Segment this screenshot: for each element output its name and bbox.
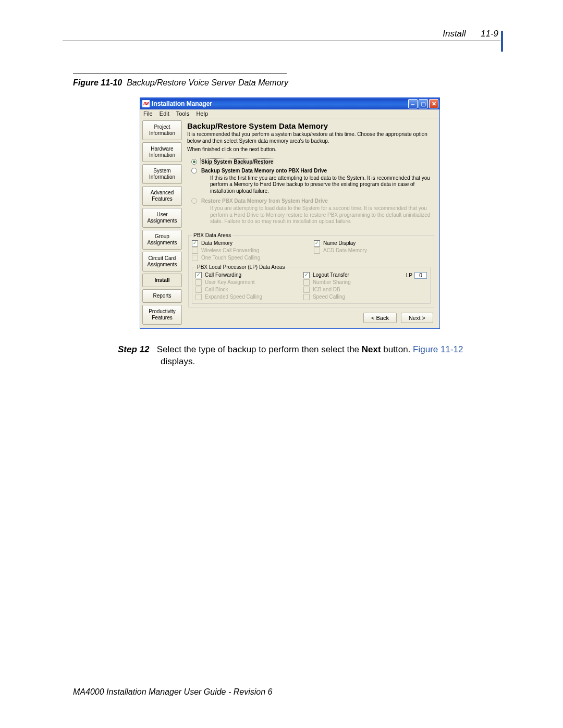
radio-label: Restore PBX Data Memory from System Hard…: [200, 198, 329, 204]
radio-backup-to-hard-drive[interactable]: Backup System Data Memory onto PBX Hard …: [191, 167, 434, 174]
lp-field: LP 0: [406, 272, 427, 279]
header-accent-bar: [501, 31, 503, 52]
menu-help[interactable]: Help: [196, 110, 208, 117]
checkbox-icon: [195, 294, 202, 300]
checkbox-icon: [195, 279, 202, 286]
back-button[interactable]: < Back: [363, 313, 397, 323]
header-page: 11-9: [481, 29, 498, 39]
sidebar-install[interactable]: Install: [142, 274, 182, 287]
sidebar-group-assignments[interactable]: Group Assignments: [142, 230, 182, 250]
check-data-memory[interactable]: Data Memory: [192, 240, 309, 246]
sidebar-advanced-features[interactable]: Advanced Features: [142, 186, 182, 206]
radio-icon: [191, 159, 197, 165]
pbx-legend: PBX Data Areas: [192, 232, 232, 238]
check-one-touch-speed-calling: One Touch Speed Calling: [192, 255, 309, 261]
checkbox-icon: [195, 272, 202, 278]
step-text-1: Select the type of backup to perform the…: [157, 344, 362, 354]
radio-icon: [191, 198, 197, 204]
installation-manager-window: IM Installation Manager – ▢ ✕ File Edit …: [140, 97, 440, 329]
sidebar-hardware-information[interactable]: Hardware Information: [142, 142, 182, 162]
menu-tools[interactable]: Tools: [176, 110, 190, 117]
radio-skip-backup[interactable]: Skip System Backup/Restore: [191, 158, 434, 165]
checkbox-icon: [303, 294, 310, 300]
radio-restore-from-hard-drive: Restore PBX Data Memory from System Hard…: [191, 198, 434, 204]
checkbox-icon: [303, 287, 310, 293]
sidebar: Project Information Hardware Information…: [142, 120, 182, 326]
checkbox-icon: [303, 272, 310, 278]
check-icb-and-db: ICB and DB: [303, 287, 406, 293]
step-label: Step 12: [118, 344, 149, 354]
sidebar-productivity-features[interactable]: Productivity Features: [142, 305, 182, 325]
page-footer: MA4000 Installation Manager User Guide -…: [73, 687, 272, 697]
app-icon: IM: [142, 100, 150, 107]
figure-title: Backup/Restore Voice Server Data Memory: [127, 78, 288, 87]
step-figure-ref[interactable]: Figure 11-12: [413, 344, 463, 354]
check-logout-transfer[interactable]: Logout Transfer: [303, 272, 406, 278]
lp-label: LP: [406, 273, 412, 278]
radio-sub-backup: If this is the first time you are attemp…: [210, 175, 434, 195]
page-header: Install 11-9: [63, 41, 500, 52]
lp-input[interactable]: 0: [414, 272, 427, 279]
check-number-sharing: Number Sharing: [303, 279, 406, 286]
step-text-bold: Next: [362, 344, 381, 354]
maximize-button[interactable]: ▢: [419, 99, 428, 108]
checkbox-icon: [303, 279, 310, 286]
check-acd-data-memory: ACD Data Memory: [314, 248, 431, 254]
close-button[interactable]: ✕: [429, 99, 438, 108]
figure-caption: Figure 11-10 Backup/Restore Voice Server…: [73, 78, 288, 88]
check-speed-calling: Speed Calling: [303, 294, 406, 300]
window-title: Installation Manager: [152, 100, 408, 107]
window-titlebar: IM Installation Manager – ▢ ✕: [140, 98, 439, 109]
radio-sub-restore: If you are attempting to load data to th…: [210, 205, 434, 225]
panel-title: Backup/Restore System Data Memory: [187, 121, 435, 130]
sidebar-user-assignments[interactable]: User Assignments: [142, 208, 182, 228]
radio-icon: [191, 168, 197, 174]
sidebar-system-information[interactable]: System Information: [142, 164, 182, 184]
checkbox-icon: [192, 240, 198, 246]
lp-legend: PBX Local Processor (LP) Data Areas: [195, 264, 286, 270]
step-text-3: displays.: [161, 356, 195, 366]
checkbox-icon: [192, 248, 198, 254]
lp-data-areas-group: PBX Local Processor (LP) Data Areas LP 0…: [192, 264, 431, 304]
check-expanded-speed-calling: Expanded Speed Calling: [195, 294, 298, 300]
sidebar-circuit-card-assignments[interactable]: Circuit Card Assignments: [142, 252, 182, 272]
menu-file[interactable]: File: [143, 110, 153, 117]
menu-edit[interactable]: Edit: [160, 110, 169, 117]
menu-bar: File Edit Tools Help: [140, 109, 439, 118]
step-instruction: Step 12 Select the type of backup to per…: [118, 344, 483, 368]
check-wireless-call-forwarding: Wireless Call Forwarding: [192, 248, 309, 254]
next-button[interactable]: Next >: [401, 313, 433, 323]
sidebar-project-information[interactable]: Project Information: [142, 120, 182, 140]
checkbox-icon: [314, 248, 320, 254]
figure-divider: [73, 73, 287, 73]
header-section: Install: [443, 29, 466, 39]
sidebar-reports[interactable]: Reports: [142, 289, 182, 303]
step-text-2: button.: [381, 344, 413, 354]
figure-label: Figure 11-10: [73, 78, 122, 87]
main-panel: Backup/Restore System Data Memory It is …: [185, 120, 437, 326]
check-user-key-assignment: User Key Assignment: [195, 279, 298, 286]
panel-desc-2: When finished click on the next button.: [187, 146, 435, 153]
checkbox-icon: [314, 240, 320, 246]
panel-desc-1: It is recommended that you perform a sys…: [187, 131, 435, 144]
pbx-data-areas-group: PBX Data Areas Data Memory Name Display …: [188, 232, 434, 307]
checkbox-icon: [192, 255, 198, 261]
checkbox-icon: [195, 287, 202, 293]
radio-label: Backup System Data Memory onto PBX Hard …: [200, 167, 328, 174]
minimize-button[interactable]: –: [408, 99, 418, 108]
check-call-forwarding[interactable]: Call Forwarding: [195, 272, 298, 278]
check-call-block: Call Block: [195, 287, 298, 293]
check-name-display[interactable]: Name Display: [314, 240, 431, 246]
radio-label: Skip System Backup/Restore: [200, 158, 274, 165]
